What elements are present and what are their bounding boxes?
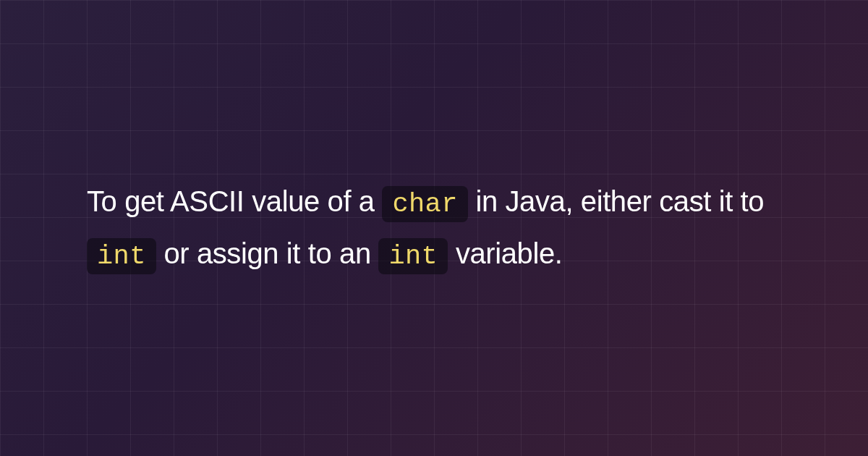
text-segment: variable. [448, 237, 562, 269]
text-segment: To get ASCII value of a [87, 185, 382, 217]
text-segment: or assign it to an [156, 237, 379, 269]
content-area: To get ASCII value of a char in Java, ei… [0, 0, 868, 456]
code-int-1: int [87, 238, 156, 274]
text-segment: in Java, either cast it to [468, 185, 764, 217]
description-text: To get ASCII value of a char in Java, ei… [87, 176, 781, 280]
code-char: char [382, 186, 467, 222]
code-int-2: int [378, 238, 448, 274]
